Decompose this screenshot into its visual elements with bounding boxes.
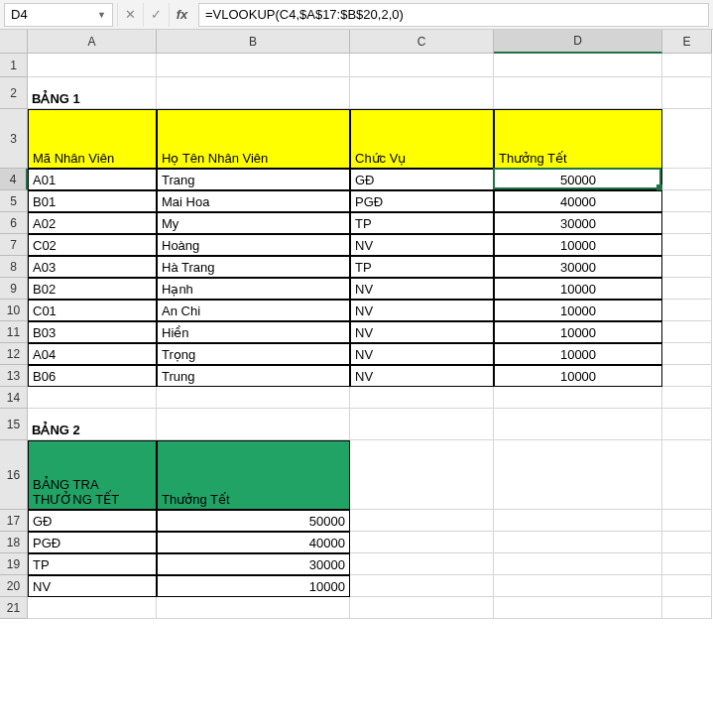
- cell-E4[interactable]: [662, 169, 712, 190]
- cell-C13[interactable]: NV: [350, 365, 494, 387]
- row-header-3[interactable]: 3: [0, 109, 28, 169]
- cell-A11[interactable]: B03: [28, 321, 157, 343]
- cell-A1[interactable]: [28, 54, 157, 77]
- cell-A20[interactable]: NV: [28, 575, 157, 597]
- row-header-15[interactable]: 15: [0, 409, 28, 440]
- cell-D3[interactable]: Thưởng Tết: [494, 109, 662, 169]
- cell-B16[interactable]: Thưởng Tết: [157, 440, 350, 510]
- cell-D2[interactable]: [494, 77, 662, 109]
- cell-A15[interactable]: BẢNG 2: [28, 409, 157, 440]
- column-header-C[interactable]: C: [350, 30, 494, 54]
- row-header-6[interactable]: 6: [0, 212, 28, 234]
- cell-B10[interactable]: An Chi: [157, 300, 350, 321]
- column-header-B[interactable]: B: [157, 30, 350, 54]
- formula-input[interactable]: =VLOOKUP(C4,$A$17:$B$20,2,0): [198, 3, 709, 27]
- row-header-12[interactable]: 12: [0, 343, 28, 365]
- cell-C17[interactable]: [350, 510, 494, 532]
- cell-D20[interactable]: [494, 575, 662, 597]
- cell-C4[interactable]: GĐ: [350, 169, 494, 190]
- enter-icon[interactable]: ✓: [143, 3, 169, 27]
- cell-D4[interactable]: 50000: [494, 169, 662, 190]
- cell-A17[interactable]: GĐ: [28, 510, 157, 532]
- cell-A3[interactable]: Mã Nhân Viên: [28, 109, 157, 169]
- cell-D14[interactable]: [494, 387, 662, 409]
- cell-C6[interactable]: TP: [350, 212, 494, 234]
- cell-B19[interactable]: 30000: [157, 553, 350, 575]
- cell-E3[interactable]: [662, 109, 712, 169]
- cell-C14[interactable]: [350, 387, 494, 409]
- row-header-11[interactable]: 11: [0, 321, 28, 343]
- cell-E11[interactable]: [662, 321, 712, 343]
- cell-E20[interactable]: [662, 575, 712, 597]
- cell-B2[interactable]: [157, 77, 350, 109]
- cell-B6[interactable]: My: [157, 212, 350, 234]
- row-header-17[interactable]: 17: [0, 510, 28, 532]
- cell-D17[interactable]: [494, 510, 662, 532]
- cell-A6[interactable]: A02: [28, 212, 157, 234]
- cell-B18[interactable]: 40000: [157, 532, 350, 553]
- cell-B9[interactable]: Hạnh: [157, 278, 350, 300]
- cell-D1[interactable]: [494, 54, 662, 77]
- row-header-13[interactable]: 13: [0, 365, 28, 387]
- row-header-8[interactable]: 8: [0, 256, 28, 278]
- cell-A18[interactable]: PGĐ: [28, 532, 157, 553]
- cell-A19[interactable]: TP: [28, 553, 157, 575]
- cell-B20[interactable]: 10000: [157, 575, 350, 597]
- row-header-19[interactable]: 19: [0, 553, 28, 575]
- cell-C21[interactable]: [350, 597, 494, 619]
- cell-D8[interactable]: 30000: [494, 256, 662, 278]
- cell-C7[interactable]: NV: [350, 234, 494, 256]
- cell-E6[interactable]: [662, 212, 712, 234]
- cell-A8[interactable]: A03: [28, 256, 157, 278]
- cell-C8[interactable]: TP: [350, 256, 494, 278]
- column-header-A[interactable]: A: [28, 30, 157, 54]
- cell-D5[interactable]: 40000: [494, 190, 662, 212]
- cell-A10[interactable]: C01: [28, 300, 157, 321]
- cell-A7[interactable]: C02: [28, 234, 157, 256]
- cell-D6[interactable]: 30000: [494, 212, 662, 234]
- cell-D10[interactable]: 10000: [494, 300, 662, 321]
- cell-D15[interactable]: [494, 409, 662, 440]
- cell-D13[interactable]: 10000: [494, 365, 662, 387]
- cell-D18[interactable]: [494, 532, 662, 553]
- cell-E2[interactable]: [662, 77, 712, 109]
- cell-E17[interactable]: [662, 510, 712, 532]
- cell-D9[interactable]: 10000: [494, 278, 662, 300]
- fx-icon[interactable]: fx: [169, 3, 194, 27]
- cell-C9[interactable]: NV: [350, 278, 494, 300]
- row-header-1[interactable]: 1: [0, 54, 28, 77]
- cell-A13[interactable]: B06: [28, 365, 157, 387]
- row-header-7[interactable]: 7: [0, 234, 28, 256]
- cell-C2[interactable]: [350, 77, 494, 109]
- cell-B13[interactable]: Trung: [157, 365, 350, 387]
- chevron-down-icon[interactable]: ▼: [97, 10, 106, 20]
- cell-E10[interactable]: [662, 300, 712, 321]
- cell-E1[interactable]: [662, 54, 712, 77]
- row-header-10[interactable]: 10: [0, 300, 28, 321]
- row-header-2[interactable]: 2: [0, 77, 28, 109]
- select-all-corner[interactable]: [0, 30, 28, 54]
- cell-E18[interactable]: [662, 532, 712, 553]
- cell-B17[interactable]: 50000: [157, 510, 350, 532]
- cell-C5[interactable]: PGĐ: [350, 190, 494, 212]
- cell-C12[interactable]: NV: [350, 343, 494, 365]
- row-header-4[interactable]: 4: [0, 169, 28, 190]
- cell-B1[interactable]: [157, 54, 350, 77]
- cell-D19[interactable]: [494, 553, 662, 575]
- cell-B14[interactable]: [157, 387, 350, 409]
- cell-C19[interactable]: [350, 553, 494, 575]
- cell-E14[interactable]: [662, 387, 712, 409]
- cell-A5[interactable]: B01: [28, 190, 157, 212]
- row-header-14[interactable]: 14: [0, 387, 28, 409]
- cell-C11[interactable]: NV: [350, 321, 494, 343]
- cell-C1[interactable]: [350, 54, 494, 77]
- cell-A4[interactable]: A01: [28, 169, 157, 190]
- cell-B12[interactable]: Trọng: [157, 343, 350, 365]
- cell-A16[interactable]: BẢNG TRA THƯỞNG TẾT: [28, 440, 157, 510]
- cell-C10[interactable]: NV: [350, 300, 494, 321]
- cell-E21[interactable]: [662, 597, 712, 619]
- cell-B15[interactable]: [157, 409, 350, 440]
- cell-B21[interactable]: [157, 597, 350, 619]
- cancel-icon[interactable]: ✕: [117, 3, 143, 27]
- column-header-D[interactable]: D: [494, 30, 662, 54]
